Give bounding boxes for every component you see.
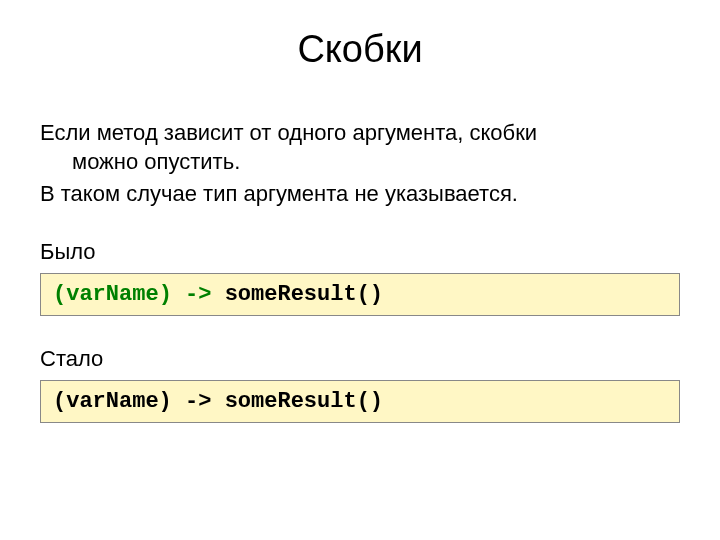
code-open-paren: ( [53, 282, 66, 307]
label-after: Стало [40, 346, 680, 372]
paragraph-1: Если метод зависит от одного аргумента, … [40, 119, 680, 176]
paragraph-2: В таком случае тип аргумента не указывае… [40, 180, 680, 209]
code-call: someResult() [225, 282, 383, 307]
code-close-paren: ) [159, 282, 172, 307]
slide-container: Скобки Если метод зависит от одного аргу… [0, 0, 720, 540]
code-varname: varName [66, 282, 158, 307]
paragraph-1-line-1: Если метод зависит от одного аргумента, … [40, 120, 537, 145]
code-arrow: -> [185, 282, 211, 307]
slide-title: Скобки [40, 28, 680, 71]
code-after-full: (varName) -> someResult() [53, 389, 383, 414]
code-block-after: (varName) -> someResult() [40, 380, 680, 423]
paragraph-1-line-2: можно опустить. [72, 149, 240, 174]
code-block-before: (varName) -> someResult() [40, 273, 680, 316]
code-space-1 [172, 282, 185, 307]
label-before: Было [40, 239, 680, 265]
code-space-2 [211, 282, 224, 307]
